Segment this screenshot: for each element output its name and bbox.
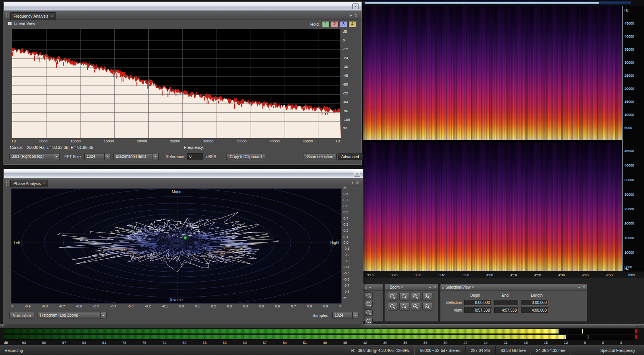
phase-x-tick-label: -0.3 bbox=[128, 305, 134, 308]
panel-grip[interactable] bbox=[2, 325, 4, 327]
panel-arrow-icon[interactable]: ▸ bbox=[578, 286, 580, 289]
frequency-tick-label: 45000 bbox=[624, 149, 644, 153]
panel-menu-icon[interactable]: ⊙ bbox=[639, 325, 642, 328]
db-tick-label: dB bbox=[343, 30, 360, 33]
phase-display-mode-dropdown[interactable]: Histogram (Log Zoom) ▼ bbox=[38, 312, 107, 319]
zoom-panel-header[interactable]: Zoom × ▸ ⊙ bbox=[385, 284, 438, 291]
samples-dropdown[interactable]: 1024 ▼ bbox=[332, 312, 358, 319]
window-close-button[interactable]: × bbox=[354, 171, 360, 177]
partial-panel-header[interactable]: ▸ bbox=[363, 284, 383, 291]
selection-view-panel-header[interactable]: Selection/View × ▸ ⊙ bbox=[440, 284, 587, 291]
tab-close-icon[interactable]: × bbox=[51, 14, 53, 18]
frequency-analysis-window: × Frequency Analysis × ▸ ⊙ ✓ Linear View… bbox=[3, 2, 362, 165]
frequency-tick-label: 15000 bbox=[624, 236, 644, 240]
selection-length-field[interactable]: 0:00.000 bbox=[521, 300, 549, 305]
tab-phase-analysis[interactable]: Phase Analysis × bbox=[10, 180, 48, 187]
tab-close-icon[interactable]: × bbox=[43, 182, 45, 185]
panel-menu-icon[interactable]: ⊙ bbox=[354, 13, 357, 17]
panel-arrow-icon[interactable]: ▸ bbox=[352, 181, 354, 185]
panel-menu-icon[interactable]: ⊙ bbox=[583, 286, 585, 289]
clip-indicator-right[interactable] bbox=[635, 335, 637, 339]
spectrum-graph[interactable] bbox=[12, 29, 340, 138]
db-tick-label: -108 bbox=[343, 118, 360, 122]
time-tick-label: 3:50 bbox=[462, 274, 469, 277]
frequency-tick-label: 10000 bbox=[624, 251, 644, 254]
view-begin-field[interactable]: 0:57.538 bbox=[464, 307, 492, 313]
chevron-down-icon[interactable]: ▼ bbox=[100, 312, 106, 319]
meter-bar-left[interactable] bbox=[4, 329, 638, 334]
scrollbar-thumb[interactable] bbox=[365, 2, 599, 4]
view-length-field[interactable]: 4:00.000 bbox=[521, 307, 549, 313]
reference-input[interactable]: 0 bbox=[187, 153, 203, 160]
zoom-button[interactable]: □ bbox=[411, 293, 421, 301]
meter-tick-label: -81 bbox=[101, 341, 106, 345]
tab-frequency-analysis[interactable]: Frequency Analysis × bbox=[10, 12, 56, 20]
hold-button[interactable]: 1 bbox=[322, 21, 330, 27]
zoom-button[interactable]: + bbox=[388, 293, 398, 301]
phase-y-tick-label: -0.7 bbox=[343, 284, 359, 287]
zoom-button[interactable] bbox=[365, 309, 373, 316]
level-meters[interactable]: dB -93-90-87-84-81-78-75-72-69-66-63-60-… bbox=[0, 328, 644, 345]
phase-y-tick-label: -0.6 bbox=[343, 278, 359, 281]
panel-arrow-icon[interactable]: ▸ bbox=[350, 13, 352, 17]
zoom-button[interactable]: ■ bbox=[422, 293, 432, 301]
zoom-button[interactable]: ◂ bbox=[411, 303, 421, 310]
advanced-button[interactable]: Advanced bbox=[338, 153, 363, 160]
panel-arrow-icon[interactable]: ▸ bbox=[637, 325, 638, 328]
panel-arrow-icon[interactable]: ▸ bbox=[429, 286, 431, 289]
window-titlebar[interactable] bbox=[4, 2, 361, 11]
panel-grip[interactable] bbox=[365, 286, 367, 289]
panel-grip[interactable] bbox=[442, 286, 444, 289]
zoom-button[interactable] bbox=[365, 292, 373, 299]
hold-button[interactable]: 4 bbox=[348, 21, 356, 27]
phase-graph[interactable]: Mono Inverse Left Right bbox=[11, 188, 342, 304]
meter-tick-label: -72 bbox=[161, 341, 167, 345]
zoom-button[interactable]: ▸ bbox=[422, 303, 432, 310]
zoom-button[interactable] bbox=[365, 318, 373, 324]
display-mode-dropdown[interactable]: Bars (Right on top) ▼ bbox=[9, 153, 60, 160]
clip-indicator-left[interactable] bbox=[635, 329, 637, 334]
view-end-field[interactable]: 4:57.538 bbox=[494, 307, 519, 313]
window-close-button[interactable]: × bbox=[352, 3, 359, 9]
status-bar: Recording R: -39.8 dB @ 4:30.466, 1266Hz… bbox=[0, 345, 644, 355]
chevron-down-icon[interactable]: ▼ bbox=[54, 154, 59, 160]
magnifier-icon: ◂ bbox=[413, 304, 417, 308]
hold-button[interactable]: 2 bbox=[331, 21, 338, 27]
fft-size-dropdown[interactable]: 1024 ▼ bbox=[84, 153, 110, 160]
zoom-panel-close-icon[interactable]: × bbox=[401, 286, 403, 289]
panel-arrow-icon[interactable]: ▸ bbox=[370, 286, 371, 289]
meters-dock-header[interactable]: ▸ ⊙ bbox=[0, 324, 644, 328]
panel-grip[interactable] bbox=[386, 286, 388, 289]
chevron-down-icon[interactable]: ▼ bbox=[153, 154, 158, 160]
meter-bar-right[interactable] bbox=[4, 335, 638, 340]
status-view-mode[interactable]: Spectral Frequency bbox=[595, 346, 640, 355]
normalize-button[interactable]: Normalize bbox=[9, 312, 34, 319]
copy-to-clipboard-button[interactable]: Copy to Clipboard bbox=[226, 153, 265, 160]
panel-menu-icon[interactable]: ⊙ bbox=[434, 286, 436, 289]
meter-tick-label: -9 bbox=[583, 341, 586, 345]
zoom-button[interactable]: + bbox=[388, 303, 398, 310]
frequency-tick-label: 15000 bbox=[624, 100, 644, 104]
selection-begin-field[interactable]: 0:00.000 bbox=[464, 300, 492, 305]
panel-grip[interactable] bbox=[6, 180, 8, 186]
chevron-down-icon[interactable]: ▼ bbox=[352, 312, 358, 319]
zoom-button[interactable]: − bbox=[399, 293, 409, 301]
hold-button[interactable]: 3 bbox=[340, 21, 347, 27]
linear-view-checkbox[interactable]: ✓ bbox=[8, 21, 12, 26]
selection-view-panel-close-icon[interactable]: × bbox=[472, 286, 474, 289]
horizontal-scrollbar[interactable] bbox=[363, 1, 631, 5]
panel-menu-icon[interactable]: ⊙ bbox=[356, 181, 359, 185]
window-titlebar[interactable] bbox=[4, 169, 363, 178]
fft-window-dropdown[interactable]: Blackmann-Harris ▼ bbox=[113, 153, 159, 160]
time-tick-label: 4:10 bbox=[510, 274, 517, 277]
chevron-down-icon[interactable]: ▼ bbox=[104, 154, 110, 160]
scan-selection-button[interactable]: Scan selection bbox=[304, 153, 337, 160]
zoom-button[interactable]: − bbox=[399, 303, 409, 310]
selection-end-field[interactable] bbox=[494, 300, 519, 305]
spectrogram-right-channel[interactable] bbox=[363, 142, 622, 271]
panel-grip[interactable] bbox=[6, 13, 8, 18]
zoom-button[interactable] bbox=[365, 301, 373, 307]
spectrogram-left-channel[interactable] bbox=[363, 6, 622, 140]
magnifier-icon bbox=[366, 294, 370, 297]
timeline-ruler[interactable]: 3:103:203:303:403:504:004:104:204:304:40… bbox=[363, 272, 644, 278]
